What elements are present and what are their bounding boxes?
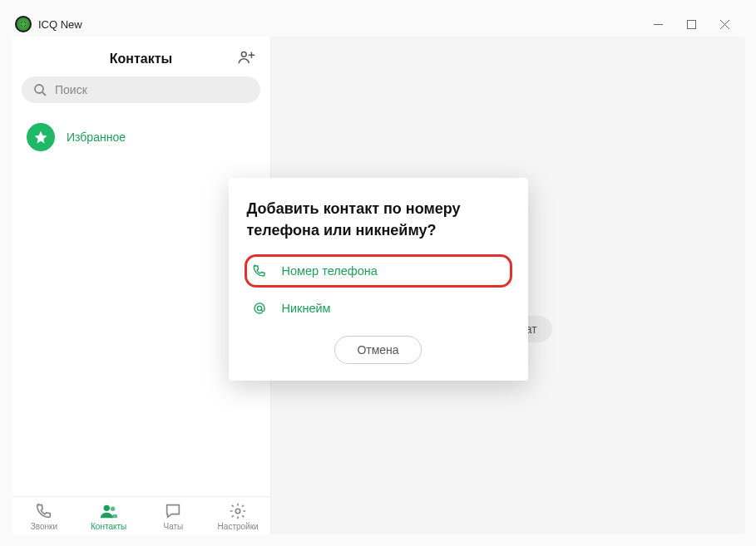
nav-chats[interactable]: Чаты [141, 502, 206, 531]
search-container [12, 76, 270, 111]
nav-contacts[interactable]: Контакты [77, 502, 141, 531]
svg-line-8 [42, 92, 46, 96]
gear-icon [228, 502, 248, 520]
favorites-item[interactable]: Избранное [18, 116, 264, 158]
sidebar-header: Контакты [12, 37, 270, 76]
search-box[interactable] [22, 76, 260, 103]
star-icon [27, 123, 55, 151]
contacts-icon [99, 502, 119, 520]
nav-settings-label: Настройки [218, 522, 259, 531]
svg-rect-1 [687, 20, 695, 28]
cancel-button[interactable]: Отмена [334, 336, 421, 364]
add-contact-modal: Добавить контакт по номеру телефона или … [229, 178, 528, 381]
modal-title: Добавить контакт по номеру телефона или … [247, 198, 510, 241]
svg-point-12 [257, 307, 261, 311]
nav-calls-label: Звонки [31, 522, 57, 531]
svg-point-4 [241, 52, 246, 57]
favorites-label: Избранное [67, 130, 126, 144]
phone-option-label: Номер телефона [282, 264, 378, 278]
svg-point-10 [110, 507, 115, 512]
nav-settings[interactable]: Настройки [205, 502, 270, 531]
search-icon [33, 83, 47, 96]
svg-point-7 [35, 85, 43, 93]
nickname-option-label: Никнейм [282, 302, 331, 315]
add-contact-button[interactable] [237, 49, 255, 69]
close-button[interactable] [708, 12, 741, 36]
nav-calls[interactable]: Звонки [12, 502, 77, 531]
chat-icon [163, 502, 183, 520]
svg-point-9 [103, 505, 109, 511]
bottom-nav: Звонки Контакты Чаты Настройки [12, 496, 270, 534]
app-logo-icon [15, 16, 32, 32]
sidebar-title: Контакты [110, 52, 172, 66]
at-icon [252, 301, 267, 316]
nav-contacts-label: Контакты [91, 522, 126, 531]
nickname-option[interactable]: Никнейм [247, 293, 510, 324]
minimize-button[interactable] [641, 12, 674, 36]
phone-icon [34, 502, 54, 520]
titlebar: ICQ New [12, 12, 744, 37]
phone-number-option[interactable]: Номер телефона [245, 254, 512, 288]
nav-chats-label: Чаты [163, 522, 183, 531]
window-frame: ICQ New Контакты [0, 0, 756, 546]
phone-icon [252, 263, 267, 278]
maximize-button[interactable] [674, 12, 708, 36]
svg-point-11 [235, 509, 240, 514]
search-input[interactable] [55, 83, 249, 96]
app-title: ICQ New [38, 18, 82, 31]
